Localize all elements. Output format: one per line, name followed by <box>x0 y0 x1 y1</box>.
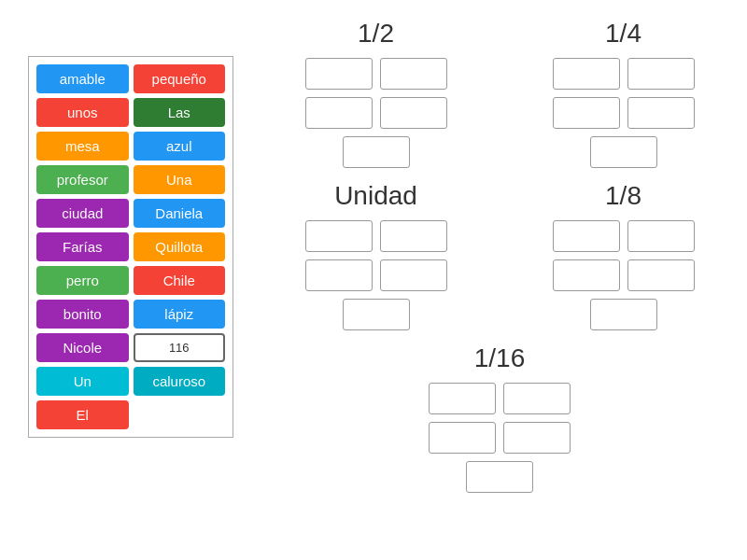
tile-ciudad[interactable]: ciudad <box>36 199 129 228</box>
tile-unos[interactable]: unos <box>36 98 129 127</box>
drop-box[interactable] <box>380 58 447 90</box>
unidad-row-3 <box>343 299 410 330</box>
tile-quillota[interactable]: Quillota <box>134 232 226 261</box>
section-half-title: 1/2 <box>358 19 394 49</box>
drop-box[interactable] <box>305 220 373 252</box>
word-bank: amablepequeñounosLasmesaazulprofesorUnac… <box>28 56 233 438</box>
tile-amable[interactable]: amable <box>36 64 129 93</box>
drop-box[interactable] <box>503 422 571 454</box>
drop-box[interactable] <box>503 383 571 414</box>
section-half: 1/2 <box>271 19 481 175</box>
section-eighth-title: 1/8 <box>605 181 641 211</box>
tile-caluroso[interactable]: caluroso <box>134 367 226 396</box>
drop-box[interactable] <box>380 259 447 291</box>
drop-box[interactable] <box>627 259 695 291</box>
tile-116[interactable] <box>134 333 226 362</box>
drop-zones-panel: 1/2 1/4 <box>271 19 728 500</box>
tile-el[interactable]: El <box>36 400 129 429</box>
unidad-row-1 <box>305 220 447 252</box>
eighth-row-1 <box>553 220 695 252</box>
drop-box[interactable] <box>590 136 657 168</box>
eighth-row-3 <box>590 299 657 330</box>
unidad-row-2 <box>305 259 447 291</box>
half-row-3 <box>343 136 410 168</box>
drop-box[interactable] <box>429 422 496 454</box>
drop-box[interactable] <box>305 58 373 90</box>
drop-box[interactable] <box>343 136 410 168</box>
drop-box[interactable] <box>553 97 620 129</box>
drop-box[interactable] <box>553 259 620 291</box>
drop-box[interactable] <box>627 58 695 90</box>
drop-box[interactable] <box>305 259 373 291</box>
section-quarter: 1/4 <box>518 19 728 175</box>
quarter-row-1 <box>553 58 695 90</box>
section-unidad-title: Unidad <box>334 181 417 211</box>
tile-chile[interactable]: Chile <box>134 266 226 295</box>
drop-box[interactable] <box>627 97 695 129</box>
quarter-row-3 <box>590 136 657 168</box>
section-quarter-title: 1/4 <box>605 19 641 49</box>
sixteenth-row-3 <box>466 461 533 493</box>
drop-box[interactable] <box>590 299 657 330</box>
tile-las[interactable]: Las <box>134 98 226 127</box>
tile-mesa[interactable]: mesa <box>36 132 129 161</box>
drop-box[interactable] <box>553 220 620 252</box>
half-row-2 <box>305 97 447 129</box>
drop-box[interactable] <box>466 461 533 493</box>
tile-perro[interactable]: perro <box>36 266 129 295</box>
drop-box[interactable] <box>343 299 410 330</box>
drop-box[interactable] <box>553 58 620 90</box>
tile-un[interactable]: Un <box>36 367 129 396</box>
section-unidad: Unidad <box>271 181 481 338</box>
tile-farias[interactable]: Farías <box>36 232 129 261</box>
tile-pequeno[interactable]: pequeño <box>134 64 226 93</box>
drop-box[interactable] <box>380 220 447 252</box>
tile-lapiz[interactable]: lápiz <box>134 300 226 329</box>
tile-bonito[interactable]: bonito <box>36 300 129 329</box>
sixteenth-row-2 <box>429 422 571 454</box>
tile-azul[interactable]: azul <box>134 132 226 161</box>
sixteenth-row-1 <box>429 383 571 414</box>
drop-box[interactable] <box>380 97 447 129</box>
tile-nicole[interactable]: Nicole <box>36 333 129 362</box>
tile-daniela[interactable]: Daniela <box>134 199 226 228</box>
tile-una[interactable]: Una <box>134 165 226 194</box>
section-sixteenth-title: 1/16 <box>474 343 526 373</box>
quarter-row-2 <box>553 97 695 129</box>
eighth-row-2 <box>553 259 695 291</box>
drop-box[interactable] <box>429 383 496 414</box>
section-eighth: 1/8 <box>518 181 728 338</box>
drop-box[interactable] <box>627 220 695 252</box>
tile-profesor[interactable]: profesor <box>36 165 129 194</box>
drop-box[interactable] <box>305 97 373 129</box>
section-sixteenth: 1/16 <box>429 343 571 500</box>
half-row-1 <box>305 58 447 90</box>
